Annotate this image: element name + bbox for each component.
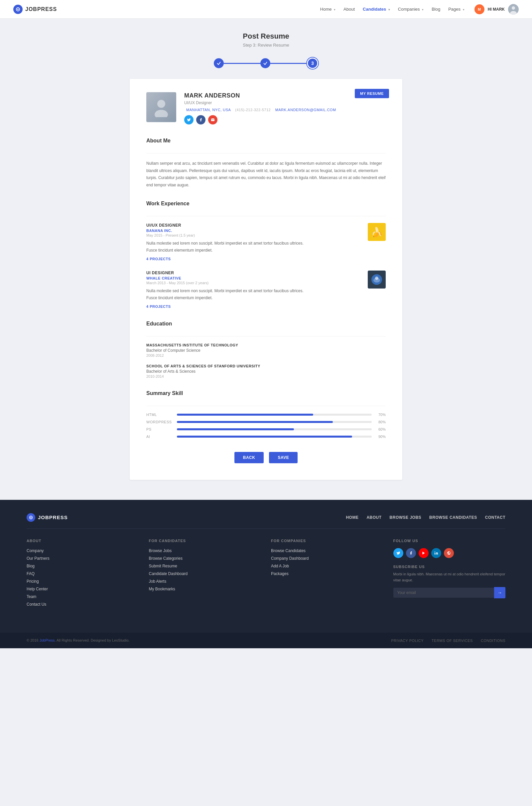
footer-brand[interactable]: JOBPRESS bbox=[26, 513, 68, 522]
about-text: Nullam semper erat arcu, ac tincidunt se… bbox=[146, 160, 386, 189]
subscribe-email-input[interactable] bbox=[393, 588, 494, 598]
footer-nav-contact[interactable]: CONTACT bbox=[485, 515, 506, 520]
footer-link-packages[interactable]: Packages bbox=[271, 571, 383, 576]
projects-link-1[interactable]: 4 PROJECTS bbox=[146, 257, 171, 261]
stepper: 3 bbox=[7, 58, 525, 69]
skill-wordpress: WORDPRESS 80% bbox=[146, 420, 386, 424]
footer-link-candidate-dashboard[interactable]: Candidate Dashboard bbox=[149, 571, 261, 576]
footer-link-partners[interactable]: Our Partners bbox=[26, 556, 139, 561]
profile-header: MARK ANDERSON UI/UX Designer MANHATTAN, … bbox=[146, 92, 386, 125]
projects-link-2[interactable]: 4 PROJECTS bbox=[146, 305, 171, 309]
skills-section: Summary Skill HTML 70% WORDPRESS 80% PS bbox=[146, 390, 386, 439]
footer-nav-about[interactable]: ABOUT bbox=[366, 515, 381, 520]
footer-link-job-alerts[interactable]: Job Alerts bbox=[149, 579, 261, 584]
footer-nav-browse-candidates[interactable]: BROWSE CANDIDATES bbox=[429, 515, 477, 520]
school-name-1: MASSACHUSETTS INSTITUTE OF TECHNOLOGY bbox=[146, 343, 386, 347]
save-button[interactable]: SAVE bbox=[269, 452, 298, 463]
footer-link-browse-jobs[interactable]: Browse Jobs bbox=[149, 548, 261, 553]
footer-link-add-job[interactable]: Add A Job bbox=[271, 563, 383, 568]
footer-nav-browse-jobs[interactable]: BROWSE JOBS bbox=[390, 515, 422, 520]
footer-privacy-link[interactable]: PRIVACY POLICY bbox=[391, 638, 424, 643]
footer-youtube-btn[interactable] bbox=[419, 548, 429, 558]
footer-link-browse-categories[interactable]: Browse Categories bbox=[149, 556, 261, 561]
skill-bar-bg-ps bbox=[177, 428, 372, 430]
work-item-1: UI/UX DESIGNER BANANA INC. May 2015 - Pr… bbox=[146, 223, 386, 261]
subscribe-text: Morbi in ligula nibh. Maecenas ut mi at … bbox=[393, 571, 506, 583]
footer-conditions-link[interactable]: CONDITIONS bbox=[481, 638, 506, 643]
svg-point-14 bbox=[435, 551, 435, 552]
page-subtitle: Step 3: Review Resume bbox=[7, 42, 525, 48]
svg-point-10 bbox=[375, 277, 378, 280]
copyright-text: © 2016 JobPress. All Rights Reserved. De… bbox=[26, 638, 130, 642]
footer-bottom-nav: PRIVACY POLICY TERMS OF SERVICES CONDITI… bbox=[391, 638, 506, 643]
skill-pct-ai: 90% bbox=[376, 435, 386, 439]
candidate-job-title: UI/UX Designer bbox=[184, 100, 386, 105]
footer-link-help[interactable]: Help Center bbox=[26, 586, 139, 591]
footer-brand-icon bbox=[26, 513, 35, 522]
page-title: Post Resume bbox=[7, 32, 525, 41]
navbar-brand[interactable]: JOBPRESS bbox=[13, 5, 57, 14]
skill-ai: AI 90% bbox=[146, 435, 386, 439]
user-menu[interactable]: M HI MARK bbox=[474, 4, 519, 15]
nav-blog[interactable]: Blog bbox=[432, 7, 440, 12]
email-social-link[interactable] bbox=[208, 115, 217, 125]
edu-year-1: 2008-2012 bbox=[146, 353, 386, 358]
skill-ps: PS 60% bbox=[146, 427, 386, 431]
work-period-1: May 2015 - Present (1.5 year) bbox=[146, 233, 361, 237]
footer-link-team[interactable]: Team bbox=[26, 594, 139, 599]
svg-point-3 bbox=[512, 6, 515, 10]
footer-facebook-btn[interactable] bbox=[406, 548, 416, 558]
skill-html: HTML 70% bbox=[146, 413, 386, 417]
back-button[interactable]: BACK bbox=[234, 452, 264, 463]
nav-companies[interactable]: Companies ▾ bbox=[398, 7, 424, 12]
footer-main: JOBPRESS HOME ABOUT BROWSE JOBS BROWSE C… bbox=[0, 500, 532, 633]
brand-icon bbox=[13, 5, 23, 14]
footer-link-browse-candidates[interactable]: Browse Candidates bbox=[271, 548, 383, 553]
job-title-2: UI DESIGNER bbox=[146, 271, 361, 275]
skill-label-ps: PS bbox=[146, 427, 173, 431]
footer-link-bookmarks[interactable]: My Bookmarks bbox=[149, 586, 261, 591]
my-resume-button[interactable]: MY RESUME bbox=[355, 89, 389, 98]
nav-home[interactable]: Home ▾ bbox=[320, 7, 336, 12]
nav-about[interactable]: About bbox=[343, 7, 355, 12]
school-name-2: SCHOOL OF ARTS & SCIENCES OF STANFORD UN… bbox=[146, 364, 386, 368]
facebook-link[interactable] bbox=[196, 115, 206, 125]
work-desc-2: Nulla molestie sed lorem non suscipit. M… bbox=[146, 288, 306, 301]
about-section: About Me Nullam semper erat arcu, ac tin… bbox=[146, 138, 386, 189]
footer-about-title: ABOUT bbox=[26, 539, 139, 543]
footer-link-contact-us[interactable]: Contact Us bbox=[26, 602, 139, 607]
nav-pages[interactable]: Pages ▾ bbox=[448, 7, 464, 12]
footer-follow-col: FOLLOW US bbox=[393, 539, 506, 609]
user-avatar-icon: M bbox=[474, 4, 484, 14]
footer-google-btn[interactable] bbox=[444, 548, 454, 558]
footer-brand-name: JOBPRESS bbox=[38, 514, 68, 520]
subscribe-title: SUBSCRIBE US bbox=[393, 565, 506, 569]
svg-marker-13 bbox=[422, 551, 424, 554]
twitter-link[interactable] bbox=[184, 115, 193, 125]
footer-candidates-links: Browse Jobs Browse Categories Submit Res… bbox=[149, 548, 261, 591]
job-title-1: UI/UX DESIGNER bbox=[146, 223, 361, 227]
nav-candidates[interactable]: Candidates ▾ bbox=[363, 7, 390, 12]
footer-link-company-dashboard[interactable]: Company Dashboard bbox=[271, 556, 383, 561]
footer-link-pricing[interactable]: Pricing bbox=[26, 579, 139, 584]
subscribe-submit-btn[interactable]: → bbox=[494, 587, 506, 598]
footer-linkedin-btn[interactable] bbox=[431, 548, 441, 558]
footer-bottom: © 2016 JobPress. All Rights Reserved. De… bbox=[0, 633, 532, 648]
footer-terms-link[interactable]: TERMS OF SERVICES bbox=[432, 638, 473, 643]
skill-bar-fill-html bbox=[177, 414, 313, 416]
footer-link-faq[interactable]: FAQ bbox=[26, 571, 139, 576]
jobpress-link[interactable]: JobPress bbox=[40, 638, 55, 642]
edu-year-2: 2010-2014 bbox=[146, 374, 386, 378]
edu-item-1: MASSACHUSETTS INSTITUTE OF TECHNOLOGY Ba… bbox=[146, 343, 386, 358]
edu-item-2: SCHOOL OF ARTS & SCIENCES OF STANFORD UN… bbox=[146, 364, 386, 378]
user-greeting: HI MARK bbox=[488, 7, 505, 12]
footer-link-blog[interactable]: Blog bbox=[26, 563, 139, 568]
footer-link-company[interactable]: Company bbox=[26, 548, 139, 553]
footer-nav-home[interactable]: HOME bbox=[346, 515, 358, 520]
footer-link-submit-resume[interactable]: Submit Resume bbox=[149, 563, 261, 568]
svg-point-5 bbox=[157, 100, 165, 108]
work-desc-1: Nulla molestie sed lorem non suscipit. M… bbox=[146, 240, 306, 254]
work-experience-section: Work Experience UI/UX DESIGNER BANANA IN… bbox=[146, 201, 386, 309]
svg-point-6 bbox=[155, 110, 168, 117]
footer-twitter-btn[interactable] bbox=[393, 548, 403, 558]
